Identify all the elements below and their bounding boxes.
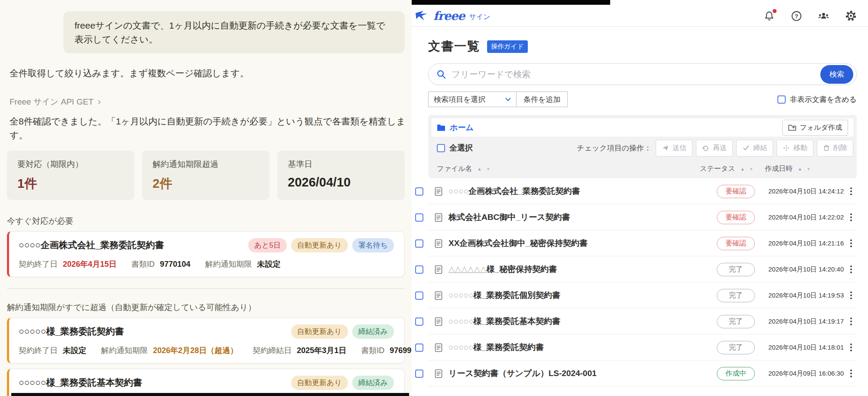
status-badge: 要確認 xyxy=(717,237,755,250)
kebab-menu-icon[interactable] xyxy=(845,239,857,247)
contract-badges: あと5日自動更新あり署名待ち xyxy=(248,238,394,252)
brand-logo[interactable]: freee サイン xyxy=(415,9,491,23)
kebab-menu-icon[interactable] xyxy=(845,213,857,221)
status-cell: 完了 xyxy=(703,289,768,302)
header-icons: ? xyxy=(763,10,857,22)
screen: freeeサインの文書で、1ヶ月以内に自動更新の手続きが必要な文書を一覧で表示し… xyxy=(0,0,868,396)
chat-stats: 要対応（期限内） 1件 解約通知期限超過 2件 基準日 2026/04/10 xyxy=(6,151,406,200)
notification-bell-icon[interactable] xyxy=(763,10,775,22)
search-input[interactable] xyxy=(452,69,820,79)
members-icon[interactable] xyxy=(818,10,829,22)
section-cards: ○○○○企画株式会社_業務委託契約書 あと5日自動更新あり署名待ち 契約終了日2… xyxy=(7,231,405,277)
search-button[interactable]: 検索 xyxy=(820,65,853,84)
create-folder-button[interactable]: フォルダ作成 xyxy=(782,120,848,136)
add-condition-button[interactable]: 条件を追加 xyxy=(516,92,568,107)
column-status[interactable]: ステータス xyxy=(700,164,735,173)
created-at: 2026年04月10日 14:22:02 xyxy=(768,213,845,222)
folder-plus-icon xyxy=(788,124,796,131)
help-icon[interactable]: ? xyxy=(790,10,802,22)
status-cell: 完了 xyxy=(703,341,768,354)
document-name-link[interactable]: ○○○○○様_業務委託個別契約書 xyxy=(449,290,703,301)
document-name-link[interactable]: ○○○○企画株式会社_業務委託契約書 xyxy=(449,186,703,197)
row-checkbox[interactable] xyxy=(415,370,423,378)
table-row[interactable]: ○○○○○様_業務委託個別契約書 完了 2026年04月10日 14:19:53 xyxy=(415,282,857,308)
page-title: 文書一覧 xyxy=(428,38,480,55)
created-at: 2026年04月10日 14:18:01 xyxy=(768,344,845,352)
row-checkbox[interactable] xyxy=(415,265,423,274)
filter-row: 検索項目を選択 条件を追加 非表示文書を含める xyxy=(428,92,857,107)
trash-icon xyxy=(823,144,830,151)
table-row[interactable]: ○○○○○様_業務委託基本契約書 完了 2026年04月10日 14:19:17 xyxy=(415,308,857,334)
kebab-menu-icon[interactable] xyxy=(845,187,857,195)
document-icon xyxy=(435,213,442,222)
breadcrumb: ホーム フォルダ作成 xyxy=(432,118,853,137)
table-row[interactable]: ○○○○企画株式会社_業務委託契約書 要確認 2026年04月10日 14:24… xyxy=(415,178,857,204)
breadcrumb-home-label: ホーム xyxy=(450,122,474,133)
table-row[interactable]: 株式会社ABC御中_リース契約書 要確認 2026年04月10日 14:22:0… xyxy=(415,204,857,230)
contract-field: 契約終了日未設定 xyxy=(19,345,86,356)
document-name-link[interactable]: ○○○○○様_業務委託契約書 xyxy=(449,342,703,353)
folder-icon xyxy=(437,124,445,131)
kebab-menu-icon[interactable] xyxy=(845,344,857,351)
guide-badge[interactable]: 操作ガイド xyxy=(487,40,528,53)
row-checkbox[interactable] xyxy=(415,317,423,326)
row-checkbox[interactable] xyxy=(415,213,423,222)
row-checkbox[interactable] xyxy=(415,291,423,300)
include-hidden-checkbox[interactable] xyxy=(777,95,786,104)
bulk-action-trash[interactable]: 削除 xyxy=(817,140,853,157)
bulk-action-resend[interactable]: 再送 xyxy=(696,140,733,157)
brand-suffix: サイン xyxy=(469,10,490,22)
sort-arrows-filename[interactable]: ▲▼ xyxy=(478,167,491,171)
kebab-menu-icon[interactable] xyxy=(845,317,857,325)
table-row[interactable]: △△△△△△様_秘密保持契約書 完了 2026年04月10日 14:20:40 xyxy=(415,256,857,282)
document-icon xyxy=(435,265,442,274)
created-at: 2026年04月10日 14:24:12 xyxy=(768,187,845,196)
document-name-link[interactable]: △△△△△△様_秘密保持契約書 xyxy=(449,264,703,275)
search-field-select[interactable]: 検索項目を選択 xyxy=(428,92,517,107)
table-row[interactable]: XX企画株式会社御中_秘密保持契約書 要確認 2026年04月10日 14:21… xyxy=(415,230,857,256)
bulk-action-check[interactable]: 締結 xyxy=(736,140,773,157)
column-created[interactable]: 作成日時 xyxy=(765,164,793,173)
contract-field: 契約締結日2025年3月1日 xyxy=(253,345,346,356)
contract-badge: 締結済み xyxy=(352,324,394,339)
tool-call-chip[interactable]: Freee サイン API GET xyxy=(6,96,101,108)
search-icon xyxy=(436,69,446,79)
document-name-link[interactable]: 株式会社ABC御中_リース契約書 xyxy=(449,212,703,223)
row-checkbox[interactable] xyxy=(415,344,423,352)
svg-text:?: ? xyxy=(795,13,798,19)
sort-arrows-status[interactable]: ▲▼ xyxy=(741,167,754,171)
breadcrumb-home[interactable]: ホーム xyxy=(437,122,474,133)
section-cards: ○○○○○様_業務委託契約書 自動更新あり締結済み 契約終了日未設定解約通知期限… xyxy=(7,317,405,396)
table-row[interactable]: リース契約書（サンプル）LS-2024-001 作成中 2026年04月09日 … xyxy=(415,360,857,386)
document-name-link[interactable]: リース契約書（サンプル）LS-2024-001 xyxy=(449,368,703,379)
kebab-menu-icon[interactable] xyxy=(845,265,857,273)
bulk-action-send[interactable]: 送信 xyxy=(656,140,692,157)
sort-arrows-created[interactable]: ▲▼ xyxy=(798,167,811,171)
table-row[interactable]: ○○○○○様_業務委託契約書 完了 2026年04月10日 14:18:01 xyxy=(415,334,857,360)
contract-field: 解約通知期限2026年2月28日（超過） xyxy=(101,345,238,356)
contract-card: ○○○○企画株式会社_業務委託契約書 あと5日自動更新あり署名待ち 契約終了日2… xyxy=(7,231,405,277)
contract-badge: 締結済み xyxy=(352,376,394,390)
row-checkbox[interactable] xyxy=(415,239,423,248)
document-name-link[interactable]: XX企画株式会社御中_秘密保持契約書 xyxy=(449,238,703,249)
settings-gear-icon[interactable] xyxy=(845,10,857,22)
bulk-action-label: 削除 xyxy=(833,144,847,153)
include-hidden-toggle[interactable]: 非表示文書を含める xyxy=(777,95,857,105)
select-all-toggle[interactable]: 全選択 xyxy=(437,143,473,153)
chat-section: 今すぐ対応が必要 ○○○○企画株式会社_業務委託契約書 あと5日自動更新あり署名… xyxy=(7,216,405,277)
column-filename[interactable]: ファイル名 xyxy=(437,164,472,173)
created-at: 2026年04月10日 14:19:53 xyxy=(768,291,845,300)
table-header-row: ファイル名 ▲▼ ステータス ▲▼ 作成日時 ▲▼ xyxy=(432,159,853,178)
app-panel: freee サイン ? 文書一覧 xyxy=(412,0,868,396)
row-checkbox[interactable] xyxy=(415,187,423,196)
kebab-menu-icon[interactable] xyxy=(845,291,857,299)
title-row: 文書一覧 操作ガイド xyxy=(428,27,857,55)
document-rows: ○○○○企画株式会社_業務委託契約書 要確認 2026年04月10日 14:24… xyxy=(412,178,857,386)
document-icon xyxy=(435,239,442,248)
bulk-action-move[interactable]: 移動 xyxy=(777,140,813,157)
contract-field: 書類ID9770104 xyxy=(131,259,190,269)
contract-title: ○○○○○様_業務委託契約書 xyxy=(19,325,124,337)
kebab-menu-icon[interactable] xyxy=(845,370,857,377)
document-name-link[interactable]: ○○○○○様_業務委託基本契約書 xyxy=(449,316,703,327)
select-all-checkbox[interactable] xyxy=(437,144,445,152)
